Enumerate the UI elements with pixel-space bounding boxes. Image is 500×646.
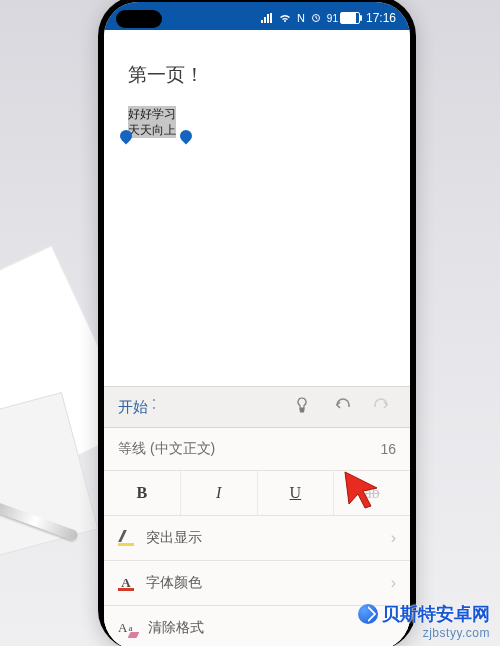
page-title: 第一页！ — [128, 62, 386, 88]
selection-handle-end[interactable] — [180, 130, 194, 150]
lightbulb-icon — [294, 397, 310, 413]
watermark-logo-icon — [358, 604, 378, 624]
undo-button[interactable] — [322, 398, 362, 416]
panel-toolbar: 开始 ˄˅ — [104, 387, 410, 428]
document-area[interactable]: 第一页！ 好好学习 天天向上 — [104, 30, 410, 386]
font-color-label: 字体颜色 — [146, 574, 379, 592]
watermark-url: zjbstyy.com — [358, 626, 490, 640]
tab-begin-label: 开始 — [118, 398, 148, 417]
highlight-icon — [118, 530, 134, 546]
nfc-icon: N — [297, 12, 305, 24]
clear-format-icon: Aa — [118, 620, 136, 636]
chevron-updown-icon: ˄˅ — [152, 399, 156, 415]
bold-button[interactable]: B — [104, 471, 181, 515]
watermark: 贝斯特安卓网 zjbstyy.com — [358, 602, 490, 640]
underline-button[interactable]: U — [258, 471, 335, 515]
camera-notch — [116, 10, 162, 28]
font-name: 等线 (中文正文) — [118, 440, 380, 458]
scene-background: N 91 17:16 第一页！ 好好学习 天天向上 — [0, 0, 500, 646]
highlight-label: 突出显示 — [146, 529, 379, 547]
battery-text: 91 — [327, 13, 338, 24]
phone-frame: N 91 17:16 第一页！ 好好学习 天天向上 — [98, 0, 416, 646]
text-selection[interactable]: 好好学习 天天向上 — [128, 106, 184, 138]
chevron-right-icon: › — [391, 529, 396, 547]
italic-button[interactable]: I — [181, 471, 258, 515]
font-color-icon: A — [118, 575, 134, 591]
wifi-icon — [279, 13, 291, 23]
alarm-icon — [311, 13, 321, 23]
signal-icon — [261, 13, 273, 23]
lightbulb-button[interactable] — [282, 397, 322, 417]
phone-screen: N 91 17:16 第一页！ 好好学习 天天向上 — [104, 2, 410, 646]
undo-icon — [333, 398, 351, 412]
selection-handle-start[interactable] — [120, 130, 134, 150]
selection-line: 天天向上 — [128, 122, 176, 138]
chevron-right-icon: › — [391, 574, 396, 592]
selection-line: 好好学习 — [128, 106, 176, 122]
clock-time: 17:16 — [366, 11, 396, 25]
font-color-row[interactable]: A 字体颜色 › — [104, 561, 410, 606]
tab-begin[interactable]: 开始 ˄˅ — [112, 394, 162, 421]
highlight-row[interactable]: 突出显示 › — [104, 516, 410, 561]
font-size-value: 16 — [380, 441, 396, 457]
watermark-title: 贝斯特安卓网 — [382, 602, 490, 626]
battery-icon: 91 — [327, 12, 360, 24]
redo-icon — [373, 398, 391, 412]
font-row[interactable]: 等线 (中文正文) 16 — [104, 428, 410, 471]
redo-button[interactable] — [362, 398, 402, 416]
